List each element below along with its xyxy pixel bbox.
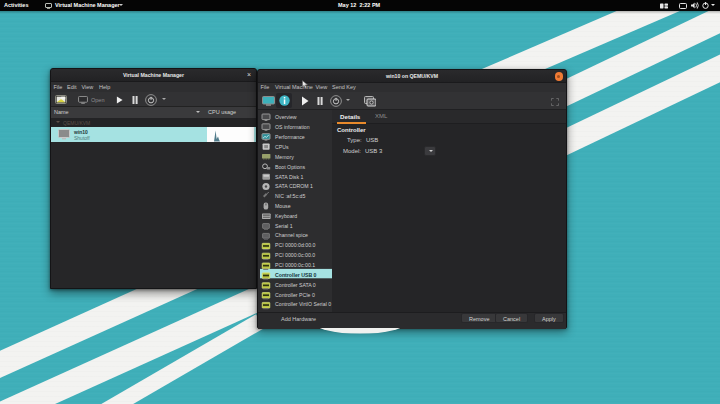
svg-text:Controller SATA 0: Controller SATA 0 (275, 281, 316, 287)
svg-text:Controller VirtIO Serial 0: Controller VirtIO Serial 0 (275, 301, 331, 307)
svg-text:Overview: Overview (275, 114, 297, 120)
svg-text:SATA Disk 1: SATA Disk 1 (275, 173, 303, 179)
svg-text:CPUs: CPUs (275, 144, 289, 150)
svg-text:OS information: OS information (275, 124, 310, 130)
svg-text:PCI 0000:0c:00.1: PCI 0000:0c:00.1 (275, 262, 315, 268)
svg-text:Controller PCIe 0: Controller PCIe 0 (275, 291, 315, 297)
svg-text:PCI 0000:0c:00.0: PCI 0000:0c:00.0 (275, 252, 315, 258)
svg-text:Keyboard: Keyboard (275, 212, 297, 218)
svg-text:NIC :af:5c:d5: NIC :af:5c:d5 (275, 193, 305, 199)
svg-text:Channel spice: Channel spice (275, 232, 308, 238)
svg-text:Boot Options: Boot Options (275, 163, 305, 169)
svg-text:SATA CDROM 1: SATA CDROM 1 (275, 183, 313, 189)
svg-text:PCI 0000:0d:00.0: PCI 0000:0d:00.0 (275, 242, 315, 248)
svg-text:Mouse: Mouse (275, 203, 291, 209)
svg-text:Serial 1: Serial 1 (275, 222, 293, 228)
svg-text:Memory: Memory (275, 153, 294, 159)
svg-text:Controller USB 0: Controller USB 0 (275, 271, 317, 277)
svg-text:Performance: Performance (275, 134, 305, 140)
